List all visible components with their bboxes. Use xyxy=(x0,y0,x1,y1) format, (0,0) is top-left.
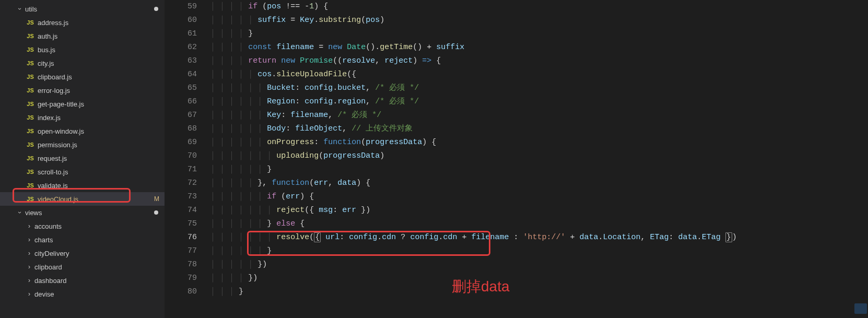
js-file-icon: JS xyxy=(26,19,34,26)
file-label: auth.js xyxy=(38,32,165,40)
line-number: 71 xyxy=(165,163,197,176)
folder-item[interactable]: cityDelivery xyxy=(0,246,165,260)
file-label: request.js xyxy=(38,155,165,162)
chevron-down-icon xyxy=(17,209,23,216)
file-item[interactable]: JSaddress.js xyxy=(0,16,165,29)
line-number: 72 xyxy=(165,176,197,190)
annotation-text: 删掉data xyxy=(452,277,510,297)
file-item[interactable]: JSbus.js xyxy=(0,43,165,56)
file-item[interactable]: JSscroll-to.js xyxy=(0,165,165,179)
js-file-icon: JS xyxy=(26,46,34,53)
js-file-icon: JS xyxy=(26,114,34,121)
minimap-indicator[interactable] xyxy=(854,303,867,314)
file-label: clipboard.js xyxy=(38,73,165,81)
line-number: 75 xyxy=(165,217,197,231)
chevron-right-icon xyxy=(26,277,32,284)
file-item[interactable]: JSget-page-title.js xyxy=(0,97,165,111)
folder-views[interactable]: views xyxy=(0,206,165,219)
code-line[interactable]: │ │ │ │ }) xyxy=(210,272,868,285)
code-line[interactable]: │ │ │ │ │ }) xyxy=(210,258,868,272)
file-label: scroll-to.js xyxy=(38,168,165,176)
file-label: bus.js xyxy=(38,46,165,54)
js-file-icon: JS xyxy=(26,60,34,66)
line-number: 76 xyxy=(165,231,197,244)
folder-label: charts xyxy=(34,236,165,244)
line-number: 67 xyxy=(165,109,197,122)
code-line[interactable]: │ │ │ │ │ │ if (err) { xyxy=(210,190,868,204)
line-number: 64 xyxy=(165,68,197,81)
code-line[interactable]: │ │ │ │ │ │ Region: config.region, /* 必须… xyxy=(210,95,868,109)
js-file-icon: JS xyxy=(26,169,34,175)
code-line[interactable]: │ │ │ │ │ │ } xyxy=(210,244,868,258)
code-line[interactable]: │ │ │ │ │ │ Bucket: config.bucket, /* 必须… xyxy=(210,81,868,95)
folder-utils[interactable]: utils xyxy=(0,2,165,16)
file-item[interactable]: JScity.js xyxy=(0,56,165,70)
code-line[interactable]: │ │ │ } xyxy=(210,285,868,299)
code-line[interactable]: │ │ │ │ if (pos !== -1) { xyxy=(210,0,868,14)
js-file-icon: JS xyxy=(26,142,34,148)
code-line[interactable]: │ │ │ │ const filename = new Date().getT… xyxy=(210,41,868,54)
chevron-down-icon xyxy=(17,6,23,12)
line-number: 79 xyxy=(165,272,197,285)
code-line[interactable]: │ │ │ │ │ cos.sliceUploadFile({ xyxy=(210,68,868,81)
code-line[interactable]: │ │ │ │ │ }, function(err, data) { xyxy=(210,176,868,190)
code-line[interactable]: │ │ │ │ │ │ │ uploading(progressData) xyxy=(210,149,868,163)
js-file-icon: JS xyxy=(26,182,34,189)
folder-label: cityDelivery xyxy=(34,250,165,257)
file-item[interactable]: JSvalidate.js xyxy=(0,179,165,192)
chevron-right-icon xyxy=(26,250,32,256)
code-line[interactable]: │ │ │ │ │ │ } else { xyxy=(210,217,868,231)
js-file-icon: JS xyxy=(26,74,34,80)
line-number: 74 xyxy=(165,204,197,217)
folder-item[interactable]: devise xyxy=(0,287,165,301)
code-line[interactable]: │ │ │ │ │ │ Key: filename, /* 必须 */ xyxy=(210,109,868,122)
line-number: 68 xyxy=(165,122,197,136)
code-line[interactable]: │ │ │ │ │ │ onProgress: function(progres… xyxy=(210,136,868,149)
chevron-right-icon xyxy=(26,264,32,270)
line-number: 77 xyxy=(165,244,197,258)
file-item[interactable]: JSopen-window.js xyxy=(0,124,165,138)
line-number: 65 xyxy=(165,81,197,95)
code-line[interactable]: │ │ │ │ │ │ │ resolve({ url: config.cdn … xyxy=(210,231,868,244)
file-label: permission.js xyxy=(38,141,165,149)
file-explorer[interactable]: utils JSaddress.jsJSauth.jsJSbus.jsJScit… xyxy=(0,0,165,318)
file-label: city.js xyxy=(38,60,165,67)
file-item[interactable]: JSrequest.js xyxy=(0,151,165,165)
code-area[interactable]: │ │ │ │ if (pos !== -1) {│ │ │ │ │ suffi… xyxy=(210,0,868,318)
line-number: 73 xyxy=(165,190,197,204)
js-file-icon: JS xyxy=(26,101,34,107)
code-line[interactable]: │ │ │ │ │ │ │ reject({ msg: err }) xyxy=(210,204,868,217)
file-item[interactable]: JSerror-log.js xyxy=(0,84,165,97)
file-item[interactable]: JSauth.js xyxy=(0,29,165,43)
file-label: videoCloud.js xyxy=(38,195,154,203)
chevron-right-icon xyxy=(26,223,32,229)
unsaved-dot-icon xyxy=(154,7,158,11)
folder-item[interactable]: accounts xyxy=(0,219,165,233)
file-item[interactable]: JSclipboard.js xyxy=(0,70,165,84)
chevron-right-icon xyxy=(26,291,32,297)
code-line[interactable]: │ │ │ │ } xyxy=(210,27,868,41)
folder-item[interactable]: clipboard xyxy=(0,260,165,274)
js-file-icon: JS xyxy=(26,155,34,161)
file-item[interactable]: JSvideoCloud.jsM xyxy=(0,192,165,206)
file-label: validate.js xyxy=(38,182,165,190)
folder-label: dashboard xyxy=(34,277,165,285)
file-item[interactable]: JSindex.js xyxy=(0,111,165,124)
code-line[interactable]: │ │ │ │ return new Promise((resolve, rej… xyxy=(210,54,868,68)
folder-label: utils xyxy=(25,5,165,13)
unsaved-dot-icon xyxy=(154,210,158,215)
line-number: 78 xyxy=(165,258,197,272)
code-line[interactable]: │ │ │ │ │ suffix = Key.substring(pos) xyxy=(210,14,868,27)
line-number: 70 xyxy=(165,149,197,163)
modified-badge: M xyxy=(154,195,165,203)
js-file-icon: JS xyxy=(26,87,34,93)
line-number: 63 xyxy=(165,54,197,68)
folder-label: views xyxy=(25,209,165,217)
code-line[interactable]: │ │ │ │ │ │ } xyxy=(210,163,868,176)
file-item[interactable]: JSpermission.js xyxy=(0,138,165,151)
code-line[interactable]: │ │ │ │ │ │ Body: fileObject, // 上传文件对象 xyxy=(210,122,868,136)
file-label: address.js xyxy=(38,19,165,27)
folder-item[interactable]: charts xyxy=(0,233,165,246)
folder-item[interactable]: dashboard xyxy=(0,274,165,287)
code-editor[interactable]: 5960616263646566676869707172737475767778… xyxy=(165,0,868,318)
